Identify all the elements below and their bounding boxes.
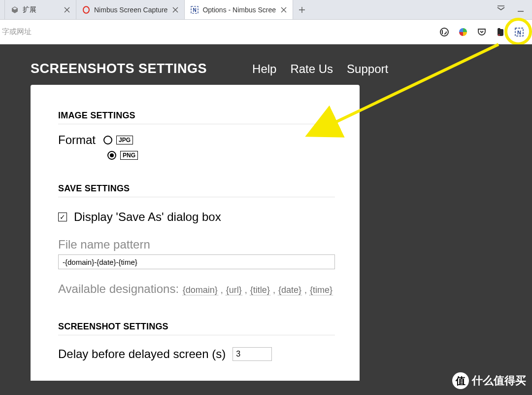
url-input[interactable]: 字或网址 (0, 25, 432, 39)
svg-text:N: N (517, 29, 521, 35)
watermark-text: 什么值得买 (472, 373, 526, 388)
tab-nimbus-capture[interactable]: Nimbus Screen Capture (76, 0, 185, 19)
svg-point-3 (440, 28, 448, 36)
tab-label: Nimbus Screen Capture (94, 6, 167, 14)
noscript-icon[interactable] (439, 27, 449, 37)
extension-icons: N (432, 27, 527, 37)
svg-text:N: N (193, 7, 197, 13)
nav-help[interactable]: Help (252, 62, 276, 76)
header-nav: Help Rate Us Support (252, 62, 388, 76)
format-option-jpg[interactable]: JPG (103, 136, 133, 144)
radio-icon (103, 136, 112, 144)
tab-options-nimbus[interactable]: N Options - Nimbus Scree (185, 0, 293, 19)
token-date[interactable]: {date} (278, 285, 302, 295)
pinwheel-icon[interactable] (458, 27, 468, 37)
nav-rate-us[interactable]: Rate Us (290, 62, 333, 76)
tab-label: 扩展 (23, 5, 59, 14)
token-title[interactable]: {title} (250, 285, 270, 295)
token-url[interactable]: {url} (226, 285, 242, 295)
svg-point-4 (499, 34, 500, 36)
file-name-pattern-input[interactable] (58, 254, 335, 269)
section-save-settings: SAVE SETTINGS (58, 183, 335, 197)
settings-header: SCREENSHOTS SETTINGS Help Rate Us Suppor… (0, 44, 532, 76)
display-save-as-label: Display 'Save As' dialog box (74, 210, 221, 224)
settings-card: IMAGE SETTINGS Format JPG PNG SAVE SETTI… (31, 85, 360, 381)
checkbox-icon (58, 213, 67, 221)
tab-menu-icon[interactable] (497, 4, 505, 15)
page-body: SCREENSHOTS SETTINGS Help Rate Us Suppor… (0, 44, 532, 395)
available-designations: Available designations: {domain} , {url}… (58, 280, 335, 298)
address-bar: 字或网址 N (0, 20, 532, 44)
opera-icon (82, 6, 90, 14)
watermark: 值 什么值得买 (452, 372, 526, 389)
delay-label: Delay before delayed screen (s) (58, 347, 226, 361)
format-label: Format (58, 133, 96, 147)
tab-extensions[interactable]: 扩展 (5, 0, 76, 19)
format-option-png[interactable]: PNG (107, 151, 138, 160)
nav-support[interactable]: Support (347, 62, 388, 76)
format-row-png: PNG (107, 151, 335, 160)
section-image-settings: IMAGE SETTINGS (58, 110, 335, 124)
browser-tabstrip: 扩展 Nimbus Screen Capture N Options - Nim… (0, 0, 532, 20)
pocket-icon[interactable] (477, 27, 487, 37)
watermark-badge: 值 (452, 372, 469, 389)
delay-input[interactable] (233, 347, 272, 361)
nimbus-icon: N (191, 6, 199, 14)
format-row: Format JPG (58, 133, 335, 147)
nimbus-extension-icon[interactable]: N (514, 27, 524, 37)
close-icon[interactable] (280, 6, 288, 14)
file-name-pattern-label: File name pattern (58, 238, 335, 251)
cube-icon (11, 6, 19, 14)
close-icon[interactable] (63, 6, 71, 14)
svg-point-0 (83, 6, 89, 13)
tab-label: Options - Nimbus Scree (202, 6, 276, 14)
delay-row: Delay before delayed screen (s) (58, 347, 335, 361)
token-domain[interactable]: {domain} (182, 285, 218, 295)
section-screenshot-settings: SCREENSHOT SETTINGS (58, 322, 335, 335)
display-save-as-row[interactable]: Display 'Save As' dialog box (58, 210, 335, 224)
minimize-button[interactable] (516, 4, 525, 15)
window-controls (490, 0, 532, 19)
format-tag: JPG (116, 136, 133, 144)
evernote-icon[interactable] (496, 27, 505, 37)
radio-icon (107, 151, 116, 160)
close-icon[interactable] (171, 6, 179, 14)
page-title: SCREENSHOTS SETTINGS (31, 61, 207, 76)
new-tab-button[interactable] (293, 0, 311, 19)
token-time[interactable]: {time} (309, 285, 333, 295)
available-label: Available designations: (58, 282, 179, 295)
format-tag: PNG (120, 151, 138, 160)
